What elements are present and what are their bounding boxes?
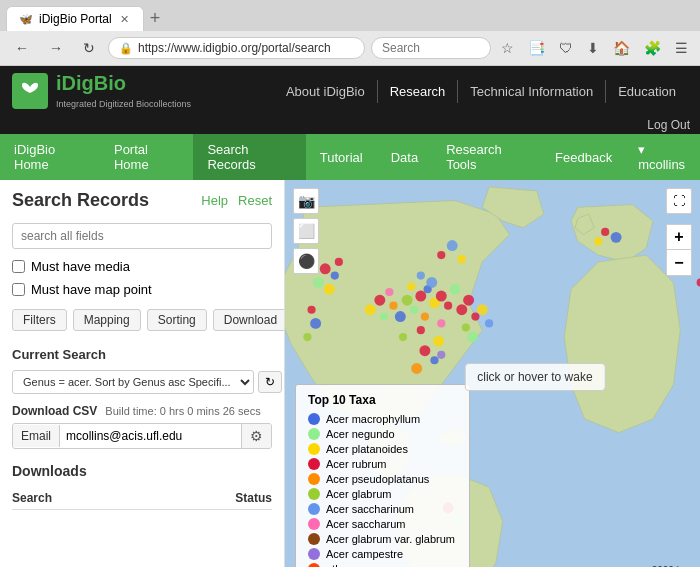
- map-legend: Top 10 Taxa Acer macrophyllum Acer negun…: [295, 384, 470, 567]
- nav-portal-home[interactable]: Portal Home: [100, 134, 193, 180]
- menu-icon[interactable]: ☰: [671, 38, 692, 58]
- must-have-media-checkbox[interactable]: [12, 260, 25, 273]
- email-row: Email ⚙: [12, 423, 272, 449]
- current-search-label: Current Search: [0, 339, 284, 366]
- must-have-media-row: Must have media: [0, 255, 284, 278]
- refresh-button[interactable]: ↻: [258, 371, 282, 393]
- reset-link[interactable]: Reset: [238, 193, 272, 208]
- mapping-button[interactable]: Mapping: [73, 309, 141, 331]
- legend-label-9: Acer campestre: [326, 548, 403, 560]
- search-col-header: Search: [12, 491, 52, 505]
- left-panel: Search Records Help Reset Must have medi…: [0, 180, 285, 567]
- bookmark-icon[interactable]: 📑: [524, 38, 549, 58]
- legend-dot-2: [308, 443, 320, 455]
- legend-dot-0: [308, 413, 320, 425]
- legend-label-7: Acer saccharum: [326, 518, 405, 530]
- must-have-map-checkbox[interactable]: [12, 283, 25, 296]
- legend-dot-8: [308, 533, 320, 545]
- legend-label-4: Acer pseudoplatanus: [326, 473, 429, 485]
- legend-label-0: Acer macrophyllum: [326, 413, 420, 425]
- downloads-title: Downloads: [12, 463, 272, 479]
- app-header: iDigBio Integrated Digitized Biocollecti…: [0, 66, 700, 116]
- legend-item-5: Acer glabrum: [308, 488, 457, 500]
- legend-item-3: Acer rubrum: [308, 458, 457, 470]
- download-button[interactable]: Download: [213, 309, 285, 331]
- logo-main-text: iDigBio: [56, 72, 126, 94]
- zoom-out-button[interactable]: −: [666, 250, 692, 276]
- download-icon[interactable]: ⬇: [583, 38, 603, 58]
- user-menu-button[interactable]: ▾ mcollins: [626, 134, 700, 180]
- circle-button[interactable]: ⚫: [293, 248, 319, 274]
- top-nav-research[interactable]: Research: [378, 80, 459, 103]
- butterfly-icon: [18, 79, 42, 103]
- help-link[interactable]: Help: [201, 193, 228, 208]
- top-nav-technical[interactable]: Technical Information: [458, 80, 606, 103]
- must-have-map-label: Must have map point: [31, 282, 152, 297]
- star-icon[interactable]: ☆: [497, 38, 518, 58]
- email-input[interactable]: [60, 425, 241, 447]
- legend-label-10: other: [326, 563, 351, 567]
- email-go-button[interactable]: ⚙: [241, 424, 271, 448]
- filters-button[interactable]: Filters: [12, 309, 67, 331]
- logo-text-group: iDigBio Integrated Digitized Biocollecti…: [56, 72, 191, 110]
- square-button[interactable]: ⬜: [293, 218, 319, 244]
- extension-icon[interactable]: 🧩: [640, 38, 665, 58]
- sorting-button[interactable]: Sorting: [147, 309, 207, 331]
- reload-button[interactable]: ↻: [76, 36, 102, 60]
- camera-button[interactable]: 📷: [293, 188, 319, 214]
- legend-item-6: Acer saccharinum: [308, 503, 457, 515]
- downloads-table-header: Search Status: [12, 487, 272, 510]
- search-input-wrapper: [0, 217, 284, 255]
- back-button[interactable]: ←: [8, 36, 36, 60]
- content-area: Search Records Help Reset Must have medi…: [0, 180, 700, 567]
- build-time-text: Build time: 0 hrs 0 mins 26 secs: [105, 405, 260, 417]
- legend-label-8: Acer glabrum var. glabrum: [326, 533, 455, 545]
- main-nav: iDigBio Home Portal Home Search Records …: [0, 134, 700, 180]
- nav-data[interactable]: Data: [377, 142, 432, 173]
- forward-button[interactable]: →: [42, 36, 70, 60]
- lock-icon: 🔒: [119, 42, 133, 55]
- panel-links: Help Reset: [201, 193, 272, 208]
- nav-idigbio-home[interactable]: iDigBio Home: [0, 134, 100, 180]
- tab-favicon: 🦋: [19, 13, 33, 26]
- new-tab-button[interactable]: +: [144, 8, 167, 29]
- user-menu-area: ▾ mcollins: [626, 134, 700, 180]
- filter-buttons: Filters Mapping Sorting Download: [0, 301, 284, 339]
- download-csv-label: Download CSV: [12, 404, 97, 418]
- legend-item-4: Acer pseudoplatanus: [308, 473, 457, 485]
- legend-label-6: Acer saccharinum: [326, 503, 414, 515]
- current-search-select[interactable]: Genus = acer. Sort by Genus asc Specifi.…: [12, 370, 254, 394]
- legend-item-1: Acer negundo: [308, 428, 457, 440]
- zoom-in-button[interactable]: +: [666, 224, 692, 250]
- legend-dot-9: [308, 548, 320, 560]
- nav-search-records[interactable]: Search Records: [193, 134, 305, 180]
- top-nav-education[interactable]: Education: [606, 80, 688, 103]
- tab-close-button[interactable]: ✕: [118, 13, 131, 26]
- search-input[interactable]: [12, 223, 272, 249]
- legend-dot-4: [308, 473, 320, 485]
- active-tab: 🦋 iDigBio Portal ✕: [6, 6, 144, 31]
- browser-search-input[interactable]: [371, 37, 491, 59]
- nav-bar: ← → ↻ 🔒 https://www.idigbio.org/portal/s…: [0, 31, 700, 65]
- nav-feedback[interactable]: Feedback: [541, 142, 626, 173]
- url-bar[interactable]: 🔒 https://www.idigbio.org/portal/search: [108, 37, 365, 59]
- expand-button[interactable]: ⛶: [666, 188, 692, 214]
- map-controls: 📷 ⬜ ⚫: [293, 188, 319, 274]
- legend-dot-5: [308, 488, 320, 500]
- logo-area: iDigBio Integrated Digitized Biocollecti…: [12, 72, 191, 110]
- panel-title: Search Records: [12, 190, 149, 211]
- legend-label-2: Acer platanoides: [326, 443, 408, 455]
- email-label: Email: [13, 425, 60, 447]
- nav-research-tools[interactable]: Research Tools: [432, 134, 541, 180]
- top-nav-about[interactable]: About iDigBio: [274, 80, 378, 103]
- map-zoom-controls: ⛶ + −: [666, 188, 692, 276]
- legend-dot-3: [308, 458, 320, 470]
- logout-button[interactable]: Log Out: [647, 118, 690, 132]
- shield-icon[interactable]: 🛡: [555, 38, 577, 58]
- legend-item-9: Acer campestre: [308, 548, 457, 560]
- map-area[interactable]: 📷 ⬜ ⚫ ⛶ + − click or hover to wake Top 1…: [285, 180, 700, 567]
- home-icon[interactable]: 🏠: [609, 38, 634, 58]
- panel-header: Search Records Help Reset: [0, 180, 284, 217]
- nav-tutorial[interactable]: Tutorial: [306, 142, 377, 173]
- must-have-media-label: Must have media: [31, 259, 130, 274]
